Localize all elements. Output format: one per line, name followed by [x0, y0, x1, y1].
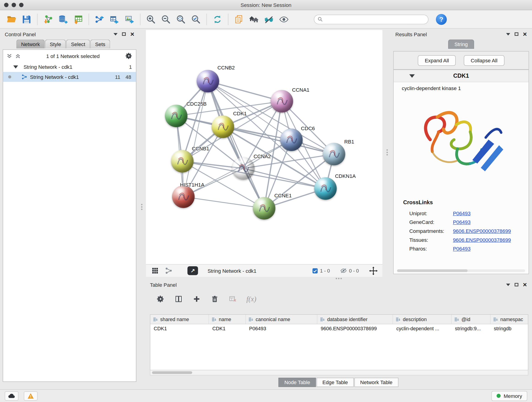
- zoom-fit-button[interactable]: [173, 12, 188, 27]
- import-network-database-button[interactable]: [56, 12, 70, 27]
- window-close-button[interactable]: [4, 3, 8, 7]
- export-image-button[interactable]: [122, 12, 137, 27]
- home-view-button[interactable]: [246, 12, 261, 27]
- expand-all-button[interactable]: Expand All: [418, 55, 456, 65]
- crosslink-link[interactable]: P06493: [453, 246, 471, 251]
- warnings-button[interactable]: [24, 391, 38, 400]
- show-columns-button[interactable]: [174, 294, 183, 303]
- refresh-layout-button[interactable]: [210, 12, 225, 27]
- zoom-out-button[interactable]: [158, 12, 173, 27]
- help-button[interactable]: ?: [436, 14, 447, 25]
- export-network-button[interactable]: ↗: [187, 266, 198, 275]
- network-edge-ccne1-hist1h1a[interactable]: [183, 197, 264, 208]
- expand-all-chevrons-icon[interactable]: [6, 53, 12, 59]
- network-from-table-button[interactable]: [107, 12, 122, 27]
- tab-network[interactable]: Network: [16, 40, 44, 49]
- results-scrollbar-thumb[interactable]: [397, 269, 468, 272]
- collapse-all-button[interactable]: Collapse All: [464, 55, 504, 65]
- memory-button[interactable]: Memory: [491, 391, 527, 401]
- table-cell-id[interactable]: stringdb:9...: [452, 324, 491, 334]
- panel-close-icon[interactable]: ×: [523, 281, 527, 288]
- window-zoom-button[interactable]: [19, 3, 23, 7]
- column-header-namespac[interactable]: namespac: [491, 315, 528, 324]
- window-minimize-button[interactable]: [12, 3, 16, 7]
- network-node-rb1[interactable]: [323, 143, 345, 165]
- table-settings-button[interactable]: [156, 294, 165, 303]
- import-table-button[interactable]: [70, 12, 85, 27]
- table-cell-namespac[interactable]: stringdb: [491, 324, 528, 334]
- gene-disclosure-icon[interactable]: [409, 74, 415, 78]
- table-cell-database-identifier[interactable]: 9606.ENSP00000378699: [317, 324, 393, 334]
- tab-string[interactable]: String: [448, 40, 474, 49]
- zoom-in-button[interactable]: [143, 12, 158, 27]
- network-collection-row[interactable]: String Network - cdk1 1: [3, 62, 136, 72]
- search-input[interactable]: [325, 17, 425, 22]
- delete-column-button[interactable]: [210, 294, 219, 303]
- gear-icon[interactable]: [125, 52, 133, 60]
- gene-header-row[interactable]: CDK1: [394, 70, 529, 82]
- splitter-horizontal[interactable]: [336, 278, 342, 279]
- delete-table-button[interactable]: [228, 294, 237, 303]
- network-row[interactable]: String Network - cdk1 11 48: [3, 72, 136, 82]
- birdseye-grid-button[interactable]: [151, 266, 159, 275]
- copy-document-button[interactable]: [231, 12, 246, 27]
- panel-float-icon[interactable]: [515, 283, 519, 287]
- crosslink-link[interactable]: 9606.ENSP00000378699: [453, 228, 511, 234]
- save-session-button[interactable]: [19, 12, 34, 27]
- network-overview-button[interactable]: [164, 266, 173, 275]
- panel-collapse-icon[interactable]: [114, 33, 118, 35]
- panel-close-icon[interactable]: ×: [523, 31, 527, 38]
- network-canvas[interactable]: CCNB2CCNA1CDC25BCDK1CDC6RB1CCNB1CCNA2CDK…: [146, 30, 382, 264]
- network-edge-ccnb2-hist1h1a[interactable]: [183, 81, 208, 197]
- network-node-cdc25b[interactable]: [165, 105, 187, 127]
- results-scrollbar[interactable]: [397, 269, 525, 272]
- tab-edge-table[interactable]: Edge Table: [317, 378, 354, 387]
- show-eye-button[interactable]: [276, 12, 291, 27]
- table-cell-name[interactable]: CDK1: [209, 324, 246, 334]
- hidden-eye-icon[interactable]: [340, 268, 347, 274]
- panel-collapse-icon[interactable]: [506, 33, 510, 35]
- column-header-canonical-name[interactable]: canonical name: [246, 315, 317, 324]
- column-header-name[interactable]: name: [209, 315, 246, 324]
- crosslink-link[interactable]: P06493: [453, 210, 471, 216]
- tab-select[interactable]: Select: [66, 40, 90, 49]
- table-horizontal-scrollbar[interactable]: [150, 370, 528, 375]
- table-cell-canonical-name[interactable]: P06493: [246, 324, 317, 334]
- table-cell-shared-name[interactable]: CDK1: [150, 324, 209, 334]
- pan-crosshair-icon[interactable]: [369, 266, 378, 275]
- tab-network-table[interactable]: Network Table: [355, 378, 399, 387]
- add-column-button[interactable]: [192, 294, 201, 303]
- tab-sets[interactable]: Sets: [90, 40, 110, 49]
- panel-close-icon[interactable]: ×: [130, 31, 134, 38]
- selected-checkbox-icon[interactable]: [312, 268, 318, 274]
- zoom-selected-button[interactable]: [189, 12, 203, 27]
- panel-collapse-icon[interactable]: [506, 283, 510, 286]
- column-header-description[interactable]: description: [393, 315, 452, 324]
- panel-float-icon[interactable]: [122, 32, 126, 36]
- column-header-shared-name[interactable]: shared name: [150, 315, 209, 324]
- open-session-button[interactable]: [4, 12, 19, 27]
- column-header-database-identifier[interactable]: database identifier: [317, 315, 393, 324]
- column-header-id[interactable]: @id: [452, 315, 491, 324]
- collapse-all-chevrons-icon[interactable]: [15, 53, 21, 59]
- search-box[interactable]: [314, 14, 428, 24]
- network-node-ccna2[interactable]: [232, 157, 254, 180]
- crosslink-link[interactable]: P06493: [453, 219, 471, 225]
- network-node-ccnb2[interactable]: [196, 70, 219, 92]
- crosslink-link[interactable]: 9606.ENSP00000378699: [453, 237, 511, 242]
- disclosure-triangle-icon[interactable]: [13, 65, 18, 69]
- function-builder-button[interactable]: f(x): [246, 295, 256, 303]
- network-node-cdc6[interactable]: [280, 128, 303, 151]
- table-cell-description[interactable]: cyclin-dependent ...: [393, 324, 452, 334]
- network-node-ccnb1[interactable]: [171, 150, 194, 172]
- cloud-status-button[interactable]: [5, 391, 19, 400]
- tab-style[interactable]: Style: [45, 40, 66, 49]
- table-data-row[interactable]: CDK1CDK1P064939606.ENSP00000378699cyclin…: [150, 324, 528, 334]
- splitter-left[interactable]: [141, 204, 143, 210]
- network-node-cdkn1a[interactable]: [314, 177, 336, 200]
- import-network-file-button[interactable]: [41, 12, 56, 27]
- clone-network-button[interactable]: [92, 12, 107, 27]
- network-node-ccna1[interactable]: [271, 90, 293, 113]
- hide-glasses-button[interactable]: [261, 12, 276, 27]
- tab-node-table[interactable]: Node Table: [279, 378, 316, 387]
